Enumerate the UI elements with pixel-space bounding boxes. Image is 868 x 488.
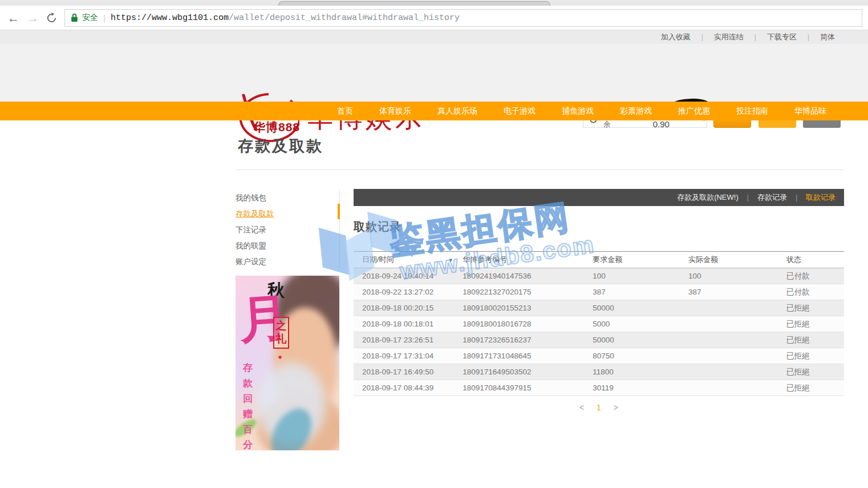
sort-desc-icon[interactable]: ▼	[448, 257, 453, 263]
sidebar-item-2[interactable]: 存款及取款	[236, 206, 332, 222]
sidebar-active-indicator	[338, 204, 340, 219]
withdrawal-history-table: 日期/时间▼华博参考编号要求金额实际金额状态 2018-09-24 19:40:…	[354, 251, 844, 396]
nav-item-9[interactable]: 华博品味	[781, 106, 839, 116]
banner-slogan-char-5: 百	[243, 423, 253, 436]
utility-link-1[interactable]: 加入收藏	[661, 32, 691, 42]
sidebar-item-3[interactable]: 下注记录	[236, 222, 332, 238]
table-cell-3: 387	[584, 284, 680, 300]
table-cell-2: 1809171731048645	[454, 348, 584, 364]
table-cell-1: 2018-09-17 16:49:50	[354, 364, 454, 380]
content-tab-bar: 存款及取款(NEW!)|存款记录|取款记录	[354, 189, 844, 206]
table-cell-5: 已拒絕	[778, 380, 844, 396]
table-cell-5: 已付款	[778, 284, 844, 300]
table-cell-4	[680, 316, 778, 332]
column-header-4: 实际金额	[680, 252, 778, 268]
back-button[interactable]: ←	[7, 12, 19, 24]
content-tab-1[interactable]: 存款及取款(NEW!)	[677, 192, 739, 203]
withdrawal-table-wrap: 日期/时间▼华博参考编号要求金额实际金额状态 2018-09-24 19:40:…	[354, 251, 844, 396]
table-cell-2: 1809171649503502	[454, 364, 584, 380]
table-cell-1: 2018-09-18 00:20:15	[354, 300, 454, 316]
table-cell-2: 1809172326516237	[454, 332, 584, 348]
table-cell-2: 1809170844397915	[454, 380, 584, 396]
main-nav: 首页体育娱乐真人娱乐场电子游戏捕鱼游戏彩票游戏推广优惠投注指南华博品味	[0, 102, 868, 120]
table-cell-5: 已拒絕	[778, 364, 844, 380]
table-cell-3: 100	[584, 268, 680, 284]
table-cell-3: 30119	[584, 380, 680, 396]
nav-item-4[interactable]: 电子游戏	[490, 106, 549, 116]
table-row: 2018-09-22 13:27:02180922132702017538738…	[354, 284, 844, 300]
table-row: 2018-09-18 00:20:15180918002015521350000…	[354, 300, 844, 316]
table-cell-2: 1809180020155213	[454, 300, 584, 316]
sidebar-item-4[interactable]: 我的联盟	[236, 238, 332, 254]
sidebar-item-1[interactable]: 我的钱包	[236, 190, 332, 206]
column-header-5: 状态	[778, 252, 844, 268]
column-header-3: 要求金额	[584, 252, 680, 268]
nav-item-5[interactable]: 捕鱼游戏	[549, 106, 607, 116]
url-path: /wallet/deposit_withdrawal#withdrawal_hi…	[229, 13, 460, 23]
promo-banner[interactable]: 秋 月 之礼 ◆ 存款回赠百分百	[236, 276, 339, 450]
banner-slogan-char-3: 回	[243, 392, 253, 405]
utility-bar: 加入收藏|实用连结|下载专区|简体	[0, 30, 868, 44]
table-cell-1: 2018-09-24 19:40:14	[354, 268, 454, 284]
site-header: WEBET 华博888 华博娱乐 欢迎回来 账户结余 RMB 0.90 ▼ 立即…	[0, 44, 868, 102]
forward-button[interactable]: →	[27, 12, 39, 24]
pagination-next[interactable]: >	[614, 403, 618, 412]
banner-slogan-char-2: 款	[243, 377, 253, 390]
utility-separator: |	[808, 33, 809, 41]
table-row: 2018-09-17 08:44:39180917084439791530119…	[354, 380, 844, 396]
table-cell-5: 已拒絕	[778, 332, 844, 348]
table-row: 2018-09-17 16:49:50180917164950350211800…	[354, 364, 844, 380]
sidebar-menu: 我的钱包存款及取款下注记录我的联盟账户设定	[236, 190, 332, 270]
table-cell-4: 100	[680, 268, 778, 284]
table-cell-5: 已拒絕	[778, 300, 844, 316]
utility-separator: |	[755, 33, 756, 41]
content-tab-3[interactable]: 取款记录	[806, 192, 835, 203]
table-cell-3: 11800	[584, 364, 680, 380]
utility-link-3[interactable]: 下载专区	[767, 32, 797, 42]
url-bar[interactable]: 安全 | https://www.wbg1101.com/wallet/depo…	[64, 9, 862, 27]
utility-link-2[interactable]: 实用连结	[714, 32, 744, 42]
nav-item-7[interactable]: 推广优惠	[665, 106, 723, 116]
table-cell-1: 2018-09-18 00:18:01	[354, 316, 454, 332]
table-cell-4	[680, 364, 778, 380]
title-divider	[236, 170, 843, 170]
pagination-prev[interactable]: <	[579, 403, 584, 412]
nav-item-8[interactable]: 投注指南	[723, 106, 781, 116]
pagination: < 1 >	[354, 403, 844, 412]
table-cell-5: 已拒絕	[778, 316, 844, 332]
banner-slogan-char-6: 分	[243, 438, 253, 450]
content-tab-separator: |	[747, 193, 749, 201]
table-header-row: 日期/时间▼华博参考编号要求金额实际金额状态	[354, 252, 844, 268]
sidebar-divider	[339, 190, 340, 267]
banner-slogan-char-1: 存	[243, 361, 253, 374]
table-row: 2018-09-17 17:31:04180917173104864580750…	[354, 348, 844, 364]
table-cell-1: 2018-09-17 08:44:39	[354, 380, 454, 396]
table-row: 2018-09-17 23:26:51180917232651623750000…	[354, 332, 844, 348]
table-cell-4: 387	[680, 284, 778, 300]
utility-link-4[interactable]: 简体	[820, 32, 835, 42]
nav-item-2[interactable]: 体育娱乐	[366, 106, 424, 116]
table-body: 2018-09-24 19:40:14180924194014753610010…	[354, 268, 844, 396]
table-cell-3: 5000	[584, 316, 680, 332]
lock-icon	[71, 13, 78, 22]
table-cell-3: 80750	[584, 348, 680, 364]
nav-item-3[interactable]: 真人娱乐场	[424, 106, 490, 116]
banner-seal: 之礼	[273, 317, 289, 349]
reload-button[interactable]	[46, 13, 57, 23]
pagination-page-1[interactable]: 1	[597, 403, 601, 412]
logo-brand-sub: 华博888	[253, 119, 300, 135]
table-cell-1: 2018-09-17 17:31:04	[354, 348, 454, 364]
column-header-1: 日期/时间▼	[354, 252, 454, 268]
table-row: 2018-09-18 00:18:0118091800180167285000已…	[354, 316, 844, 332]
table-cell-1: 2018-09-22 13:27:02	[354, 284, 454, 300]
url-host: https://www.wbg1101.com	[111, 13, 229, 23]
table-cell-2: 1809180018016728	[454, 316, 584, 332]
table-cell-5: 已付款	[778, 268, 844, 284]
nav-item-1[interactable]: 首页	[324, 106, 366, 116]
content-tab-2[interactable]: 存款记录	[757, 192, 787, 203]
table-cell-2: 1809241940147536	[454, 268, 584, 284]
nav-item-6[interactable]: 彩票游戏	[607, 106, 665, 116]
reload-icon	[46, 13, 57, 23]
sidebar-item-5[interactable]: 账户设定	[236, 254, 332, 270]
page-title: 存款及取款	[238, 136, 323, 156]
